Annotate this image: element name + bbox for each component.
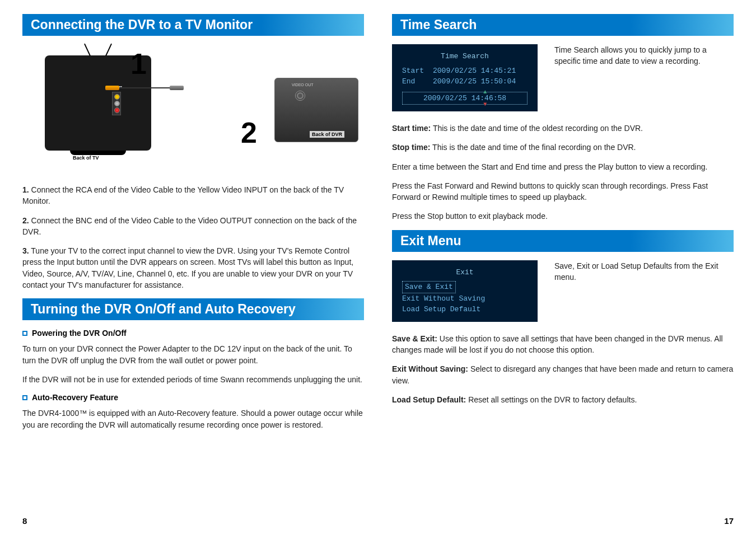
arrow-down-icon: ▼ [483,100,487,109]
time-search-intro: Time Search allows you to quickly jump t… [554,44,734,111]
time-search-screenshot: Time Search Start 2009/02/25 14:45:21 En… [392,44,538,111]
bullet-square-icon [22,331,27,336]
section-header-exit-menu: Exit Menu [392,230,734,252]
diagram-number-1: 1 [130,47,147,81]
stop-text: Press the Stop button to exit playback m… [392,210,734,222]
enter-time-text: Enter a time between the Start and End t… [392,161,734,172]
exit-menu-block: Exit Save & Exit Exit Without Saving Loa… [392,260,734,322]
dvr-video-out-label: VIDEO OUT [292,83,314,87]
connection-diagram: INPUT Back of TV 1 2 VIDEO OUT Back of D… [22,44,364,170]
rca-plug-icon [105,86,119,90]
exit-item-default: Load Setup Default [402,304,528,315]
rca-yellow-icon [114,94,120,100]
bnc-jack-icon [295,91,305,101]
rca-red-icon [114,107,120,113]
bullet-square-icon [22,395,27,400]
ff-text: Press the Fast Forward and Rewind button… [392,180,734,203]
time-search-block: Time Search Start 2009/02/25 14:45:21 En… [392,44,734,111]
auto-recovery-text: The DVR4-1000™ is equipped with an Auto-… [22,407,364,430]
video-cable-icon [105,86,184,90]
page-right: Time Search Time Search Start 2009/02/25… [392,14,734,526]
exit-menu-screenshot: Exit Save & Exit Exit Without Saving Loa… [392,260,538,322]
cable-wire-icon [119,87,170,88]
arrow-up-icon: ▲ [483,88,487,96]
exit-item-save: Save & Exit [402,281,528,293]
ts-end-row: End 2009/02/25 15:50:04 [402,76,528,87]
section-header-time-search: Time Search [392,14,734,36]
page-left: Connecting the DVR to a TV Monitor INPUT… [22,14,364,526]
step-3-text: 3. Tune your TV to the correct input cha… [22,245,364,291]
section-header-connecting: Connecting the DVR to a TV Monitor [22,14,364,36]
tv-rca-inputs [112,92,121,115]
save-exit-text: Save & Exit: Use this option to save all… [392,333,734,356]
exit-without-text: Exit Without Saving: Select to disregard… [392,363,734,386]
section-header-power: Turning the DVR On/Off and Auto Recovery [22,298,364,320]
stop-time-text: Stop time: This is the date and time of … [392,142,734,153]
subhead-powering: Powering the DVR On/Off [22,329,364,338]
page-number-right: 17 [392,516,734,526]
exit-item-without: Exit Without Saving [402,293,528,305]
diagram-number-2: 2 [241,116,257,149]
start-time-text: Start time: This is the date and time of… [392,123,734,134]
step-2-text: 2. Connect the BNC end of the Video Cabl… [22,215,364,238]
exit-menu-intro: Save, Exit or Load Setup Defaults from t… [554,260,734,322]
ts-title: Time Search [402,51,528,62]
back-of-dvr-label: Back of DVR [310,131,344,138]
powering-text-2: If the DVR will not be in use for extend… [22,374,364,385]
step-1-text: 1. Connect the RCA end of the Video Cabl… [22,184,364,207]
subhead-auto-recovery: Auto-Recovery Feature [22,393,364,402]
bnc-plug-icon [170,86,184,90]
powering-text-1: To turn on your DVR connect the Power Ad… [22,343,364,366]
load-default-text: Load Setup Default: Reset all settings o… [392,394,734,405]
exit-title: Exit [402,267,528,278]
rca-white-icon [114,101,120,106]
tv-foot-icon [70,151,126,155]
ts-start-row: Start 2009/02/25 14:45:21 [402,65,528,77]
back-of-tv-label: Back of TV [73,155,99,161]
tv-antenna-icon [81,45,115,57]
page-number-left: 8 [22,516,364,526]
ts-selected-time: ▲ 2009/02/25 14:46:58 ▼ [402,92,528,105]
